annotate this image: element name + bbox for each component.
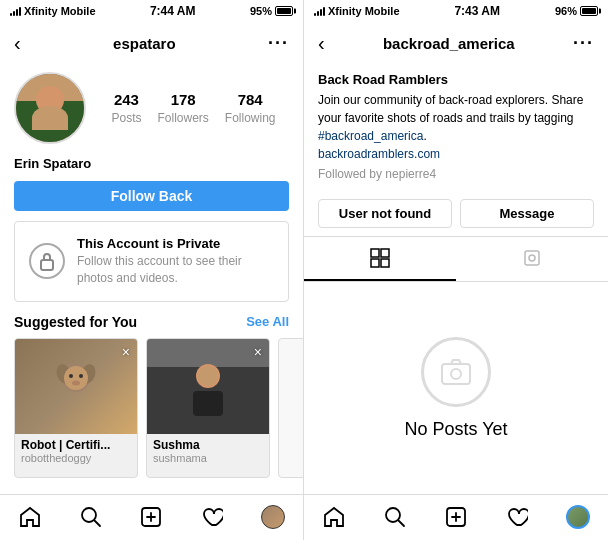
svg-line-25 <box>399 520 405 526</box>
right-carrier-info: Xfinity Mobile <box>314 5 400 17</box>
svg-rect-20 <box>525 251 539 265</box>
right-signal-icon <box>314 6 325 16</box>
search-nav-icon[interactable] <box>73 502 109 532</box>
battery-percent: 95% <box>250 5 272 17</box>
right-carrier-label: Xfinity Mobile <box>328 5 400 17</box>
svg-point-10 <box>198 366 218 386</box>
more-options-icon[interactable]: ··· <box>268 33 289 54</box>
card-username-0: robotthedoggy <box>21 452 131 464</box>
bio-section: Back Road Ramblers Join our community of… <box>304 64 608 191</box>
svg-point-7 <box>72 381 80 386</box>
close-icon-1[interactable]: × <box>254 344 262 360</box>
message-button[interactable]: Message <box>460 199 594 228</box>
right-home-nav-icon[interactable] <box>316 502 352 532</box>
bio-followed: Followed by nepierre4 <box>318 167 594 181</box>
svg-rect-22 <box>442 364 470 384</box>
followers-count: 178 <box>157 91 208 108</box>
private-text: This Account is Private Follow this acco… <box>77 236 274 287</box>
left-username-title: espataro <box>113 35 176 52</box>
heart-nav-icon[interactable] <box>194 502 230 532</box>
plus-nav-icon[interactable] <box>133 502 169 532</box>
right-plus-nav-icon[interactable] <box>438 502 474 532</box>
private-desc: Follow this account to see their photos … <box>77 253 274 287</box>
private-notice: This Account is Private Follow this acco… <box>14 221 289 302</box>
card-display-name-1: Sushma <box>153 438 263 452</box>
right-profile-nav-icon[interactable] <box>560 502 596 532</box>
suggested-cards: × Robot | Certifi... robotthedoggy <box>0 338 303 478</box>
card-image-1 <box>147 339 269 434</box>
time-label: 7:44 AM <box>150 4 196 18</box>
bio-link[interactable]: backroadramblers.com <box>318 147 440 161</box>
right-indicators: 96% <box>555 5 598 17</box>
card-info-1: Sushma sushmama <box>147 434 269 468</box>
home-nav-icon[interactable] <box>12 502 48 532</box>
card-image-0 <box>15 339 137 434</box>
signal-icon <box>10 6 21 16</box>
svg-point-4 <box>64 366 88 390</box>
bio-text-1: Join our community of back-road explorer… <box>318 93 583 125</box>
right-indicators: 95% <box>250 5 293 17</box>
suggestion-card-1: × Sushma sushmama <box>146 338 270 478</box>
right-back-arrow-icon[interactable]: ‹ <box>318 32 325 55</box>
following-stat: 784 Following <box>225 91 276 126</box>
user-not-found-button[interactable]: User not found <box>318 199 452 228</box>
following-label: Following <box>225 111 276 125</box>
svg-point-5 <box>69 374 73 378</box>
left-carrier-info: Xfinity Mobile <box>10 5 96 17</box>
bio-text-2: . <box>423 129 426 143</box>
followers-label: Followers <box>157 111 208 125</box>
card-username-1: sushmama <box>153 452 263 464</box>
suggested-header: Suggested for You See All <box>0 302 303 338</box>
tagged-tab[interactable] <box>456 237 608 281</box>
svg-rect-0 <box>41 260 53 270</box>
bio-text: Join our community of back-road explorer… <box>318 91 594 163</box>
action-buttons: User not found Message <box>304 191 608 236</box>
partial-card <box>278 338 303 478</box>
right-username-title: backroad_america <box>383 35 515 52</box>
see-all-link[interactable]: See All <box>246 314 289 329</box>
svg-rect-18 <box>371 259 379 267</box>
svg-rect-9 <box>193 391 223 416</box>
right-profile-header: ‹ backroad_america ··· <box>304 22 608 64</box>
avatar-image <box>16 74 84 142</box>
left-profile-header: ‹ espataro ··· <box>0 22 303 64</box>
suggestion-card-0: × Robot | Certifi... robotthedoggy <box>14 338 138 478</box>
right-panel: Xfinity Mobile 7:43 AM 96% ‹ backroad_am… <box>304 0 608 540</box>
svg-point-21 <box>529 255 535 261</box>
svg-rect-17 <box>381 249 389 257</box>
grid-tab[interactable] <box>304 237 456 281</box>
right-battery-icon <box>580 6 598 16</box>
close-icon-0[interactable]: × <box>122 344 130 360</box>
svg-line-12 <box>94 520 100 526</box>
svg-rect-16 <box>371 249 379 257</box>
profile-tabs <box>304 236 608 282</box>
carrier-label: Xfinity Mobile <box>24 5 96 17</box>
right-search-nav-icon[interactable] <box>377 502 413 532</box>
no-posts-text: No Posts Yet <box>404 419 507 440</box>
right-status-bar: Xfinity Mobile 7:43 AM 96% <box>304 0 608 22</box>
svg-point-23 <box>451 369 461 379</box>
right-more-options-icon[interactable]: ··· <box>573 33 594 54</box>
avatar <box>14 72 86 144</box>
followers-stat: 178 Followers <box>157 91 208 126</box>
right-bottom-nav <box>304 494 608 540</box>
back-arrow-icon[interactable]: ‹ <box>14 32 21 55</box>
private-title: This Account is Private <box>77 236 274 251</box>
right-time-label: 7:43 AM <box>454 4 500 18</box>
profile-nav-icon[interactable] <box>255 502 291 532</box>
left-status-bar: Xfinity Mobile 7:44 AM 95% <box>0 0 303 22</box>
display-name: Erin Spataro <box>0 152 303 177</box>
right-heart-nav-icon[interactable] <box>499 502 535 532</box>
svg-point-6 <box>79 374 83 378</box>
follow-back-button[interactable]: Follow Back <box>14 181 289 211</box>
lock-icon <box>29 243 65 279</box>
posts-stat: 243 Posts <box>111 91 141 126</box>
suggested-title: Suggested for You <box>14 314 137 330</box>
stats-row: 243 Posts 178 Followers 784 Following <box>98 91 289 126</box>
right-battery-percent: 96% <box>555 5 577 17</box>
battery-icon <box>275 6 293 16</box>
left-panel: Xfinity Mobile 7:44 AM 95% ‹ espataro ··… <box>0 0 304 540</box>
posts-label: Posts <box>111 111 141 125</box>
bio-hashtag: #backroad_america <box>318 129 423 143</box>
profile-info-row: 243 Posts 178 Followers 784 Following <box>0 64 303 152</box>
